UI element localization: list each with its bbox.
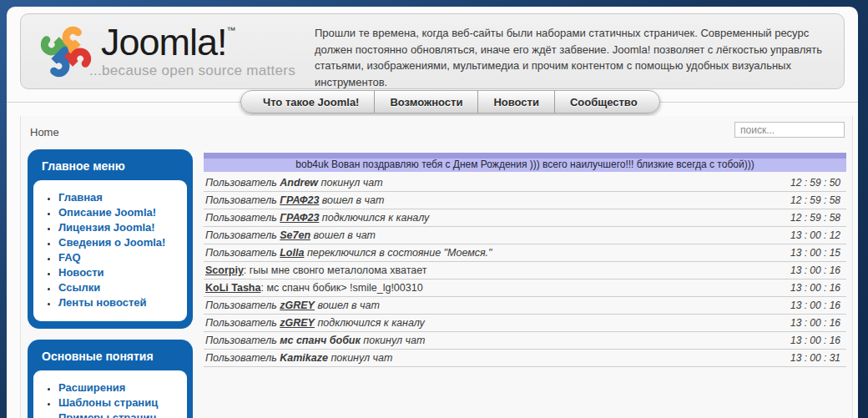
page-frame: Joomla!™ ...because open source matters …	[7, 7, 858, 418]
menu-item: Примеры страниц	[58, 410, 184, 418]
menu-link[interactable]: FAQ	[58, 251, 81, 264]
chat-list: Пользователь Andrew покинул чат 12 : 59 …	[204, 174, 846, 367]
chat-username: мс спанч бобик	[280, 335, 361, 346]
chat-message-prefix: Пользователь	[205, 317, 280, 329]
chat-row: Пользователь ГРАФ23 вошел в чат 12 : 59 …	[204, 192, 846, 209]
concepts-menu-title: Основные понятия	[33, 346, 187, 370]
menu-link[interactable]: Лицензия Joomla!	[58, 221, 155, 234]
chat-message-prefix: Пользователь	[205, 212, 280, 224]
chat-username[interactable]: zGREY	[280, 317, 315, 329]
chat-row: Пользователь zGREY вошел в чат 13 : 00 :…	[204, 297, 846, 315]
chat-timestamp: 13 : 00 : 12	[790, 229, 846, 241]
chat-username[interactable]: Lolla	[280, 247, 304, 259]
chat-module: bob4uk Вован поздравляю тебя с Днем Рожд…	[204, 149, 846, 367]
chat-message: Пользователь zGREY вошел в чат	[204, 300, 790, 311]
chat-message-text: вошел в чат	[310, 229, 376, 241]
chat-message: Пользователь ГРАФ23 подключился к каналу	[204, 212, 790, 224]
chat-message-text: подключился к каналу	[319, 212, 429, 224]
chat-message: Пользователь Andrew покинул чат	[204, 177, 790, 189]
breadcrumb-home[interactable]: Home	[30, 126, 59, 138]
chat-message: KoLi Tasha: мс спанч бобик> !smile_lg!00…	[204, 282, 790, 294]
main-menu-list: Главная Описание Joomla! Лицензия Joomla…	[33, 180, 187, 321]
chat-message-prefix: Пользователь	[205, 352, 280, 364]
chat-row: Пользователь мс спанч бобик покинул чат …	[204, 332, 846, 350]
menu-link[interactable]: Главная	[58, 191, 103, 204]
chat-timestamp: 13 : 00 : 16	[790, 300, 846, 311]
nav-tab[interactable]: Что такое Joomla!	[248, 91, 374, 113]
chat-timestamp: 13 : 00 : 15	[790, 247, 846, 259]
chat-message-text: вошел в чат	[315, 300, 380, 311]
chat-message-text: переключился в состояние "Моемся."	[304, 247, 492, 259]
main-menu-title: Главное меню	[33, 156, 187, 180]
chat-message: Пользователь Se7en вошел в чат	[204, 229, 790, 241]
menu-link[interactable]: Расширения	[58, 381, 125, 394]
chat-timestamp: 12 : 59 : 50	[790, 177, 846, 189]
chat-message: Пользователь ГРАФ23 вошел в чат	[204, 194, 790, 206]
chat-username: Andrew	[280, 177, 318, 189]
menu-item: Ссылки	[58, 280, 184, 295]
chat-message: Пользователь zGREY подключился к каналу	[204, 317, 790, 329]
chat-timestamp: 13 : 00 : 16	[790, 317, 846, 329]
chat-message-text: : гыы мне свонго металолома хватает	[244, 264, 427, 276]
chat-row: Пользователь Se7en вошел в чат 13 : 00 :…	[204, 227, 846, 244]
chat-message: Пользователь Lolla переключился в состоя…	[204, 247, 790, 259]
chat-row: Пользователь Andrew покинул чат 12 : 59 …	[204, 174, 846, 192]
chat-row: Scorpiy: гыы мне свонго металолома хвата…	[204, 262, 846, 280]
chat-row: Пользователь zGREY подключился к каналу …	[204, 315, 846, 332]
chat-message-text: покинул чат	[361, 335, 426, 346]
menu-link[interactable]: Описание Joomla!	[58, 206, 156, 219]
chat-username[interactable]: Scorpiy	[205, 264, 244, 276]
menu-link[interactable]: Ссылки	[58, 281, 100, 294]
chat-message-prefix: Пользователь	[205, 335, 280, 346]
chat-message: Scorpiy: гыы мне свонго металолома хвата…	[204, 264, 790, 276]
menu-item: Сведения о Joomla!	[58, 234, 184, 249]
chat-message-text: покинул чат	[328, 352, 393, 364]
menu-item: Главная	[58, 189, 184, 204]
menu-link[interactable]: Новости	[58, 266, 104, 279]
chat-message-prefix: Пользователь	[205, 194, 280, 206]
columns: Главное меню Главная Описание Joomla! Ли…	[21, 147, 852, 418]
site-intro-text: Прошли те времена, когда веб-сайты были …	[311, 14, 844, 88]
menu-link[interactable]: Сведения о Joomla!	[58, 236, 165, 249]
chat-message-text: : мс спанч бобик> !smile_lg!00310	[260, 282, 422, 294]
nav-tab[interactable]: Новости	[477, 91, 554, 113]
content-area: Home Главное меню Главная Описание Jooml…	[20, 116, 853, 418]
menu-link[interactable]: Примеры страниц	[58, 411, 156, 418]
chat-timestamp: 13 : 00 : 16	[790, 264, 846, 276]
chat-timestamp: 12 : 59 : 58	[790, 194, 846, 206]
brand-tagline: ...because open source matters	[89, 63, 295, 79]
chat-username[interactable]: KoLi Tasha	[205, 282, 260, 294]
nav-tab[interactable]: Возможности	[374, 91, 477, 113]
chat-timestamp: 13 : 00 : 16	[790, 282, 846, 294]
sidebar: Главное меню Главная Описание Joomla! Ли…	[28, 149, 193, 418]
menu-item: Расширения	[58, 380, 184, 395]
brand-block: Joomla!™ ...because open source matters	[101, 21, 295, 79]
toolbar: Home	[21, 116, 852, 147]
chat-message-prefix: Пользователь	[205, 300, 280, 311]
joomla-logo-icon	[34, 20, 98, 83]
chat-username: Kamikaze	[280, 352, 328, 364]
menu-item: FAQ	[58, 249, 184, 264]
chat-username[interactable]: ГРАФ23	[280, 194, 319, 206]
chat-username[interactable]: zGREY	[280, 300, 315, 311]
chat-row: Пользователь Lolla переключился в состоя…	[204, 244, 846, 262]
chat-message-text: вошел в чат	[319, 194, 384, 206]
chat-message: Пользователь мс спанч бобик покинул чат	[204, 335, 790, 346]
chat-username[interactable]: Se7en	[280, 229, 310, 241]
chat-message-prefix: Пользователь	[205, 177, 280, 189]
chat-username[interactable]: ГРАФ23	[280, 212, 319, 224]
menu-link[interactable]: Шаблоны страниц	[58, 396, 158, 409]
menu-item: Новости	[58, 264, 184, 280]
nav-tab[interactable]: Сообщество	[554, 91, 653, 113]
search-input[interactable]	[734, 122, 845, 138]
chat-timestamp: 13 : 00 : 31	[790, 352, 846, 364]
chat-message-prefix: Пользователь	[205, 229, 280, 241]
brand-name: Joomla!	[101, 21, 227, 63]
main-nav: Что такое Joomla! Возможности Новости Со…	[7, 89, 858, 116]
chat-message: Пользователь Kamikaze покинул чат	[204, 352, 790, 364]
logo-area: Joomla!™ ...because open source matters	[21, 14, 311, 88]
nav-pill: Что такое Joomla! Возможности Новости Со…	[240, 90, 660, 113]
menu-link[interactable]: Ленты новостей	[58, 296, 147, 309]
brand-trademark: ™	[227, 25, 236, 35]
chat-message-text: покинул чат	[318, 177, 383, 189]
